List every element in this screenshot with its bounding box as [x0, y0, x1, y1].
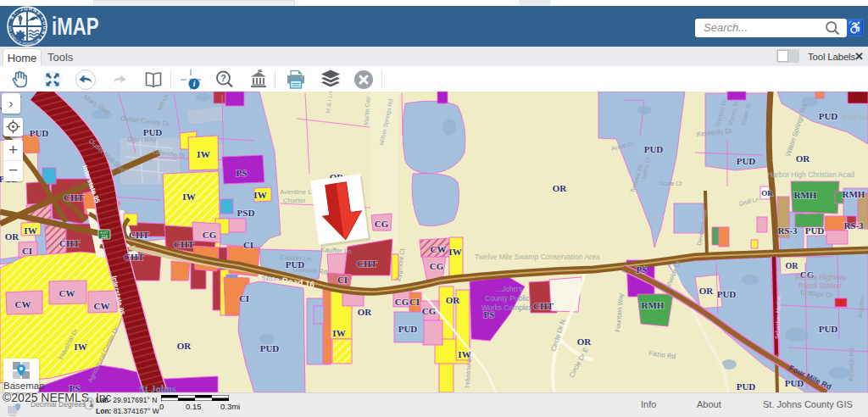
- svg-text:CW: CW: [15, 299, 31, 309]
- svg-text:PUD: PUD: [644, 144, 664, 154]
- svg-text:St Johns: St Johns: [139, 383, 176, 392]
- svg-text:OR: OR: [577, 336, 593, 347]
- svg-text:IW: IW: [197, 149, 209, 159]
- svg-text:CHT: CHT: [124, 252, 145, 262]
- svg-text:Patrol Station: Patrol Station: [798, 281, 842, 290]
- svg-text:PUD: PUD: [286, 259, 305, 270]
- svg-text:Charter: Charter: [283, 197, 306, 204]
- svg-text:PUD: PUD: [398, 324, 418, 334]
- svg-text:PS: PS: [637, 264, 648, 275]
- svg-text:CG: CG: [375, 219, 389, 229]
- svg-text:OR: OR: [5, 231, 20, 242]
- svg-text:RS-3: RS-3: [843, 220, 864, 231]
- svg-text:CI: CI: [239, 293, 249, 303]
- svg-text:PUD: PUD: [737, 156, 756, 166]
- svg-text:RMH: RMH: [843, 189, 865, 199]
- svg-text:PS: PS: [236, 168, 248, 178]
- svg-text:IW: IW: [182, 192, 195, 202]
- svg-text:OR: OR: [446, 295, 461, 305]
- svg-text:RMH: RMH: [642, 300, 665, 310]
- svg-text:PUD: PUD: [819, 324, 838, 334]
- svg-text:i: i: [193, 80, 196, 88]
- svg-text:318: 318: [101, 235, 108, 239]
- svg-text:PUD: PUD: [717, 289, 737, 299]
- svg-text:OR: OR: [761, 189, 773, 197]
- svg-text:Works Complex: Works Complex: [481, 303, 533, 312]
- svg-text:CG: CG: [422, 306, 437, 316]
- svg-text:First Co: First Co: [843, 114, 868, 121]
- svg-text:Harbor High Christian Acad: Harbor High Christian Acad: [767, 170, 854, 179]
- svg-text:OR: OR: [177, 341, 192, 351]
- svg-text:Ocale Ct: Ocale Ct: [659, 181, 682, 186]
- svg-text:Twelve Mile Swamp Conservation: Twelve Mile Swamp Conservation Area: [475, 253, 600, 261]
- svg-text:County Public: County Public: [485, 294, 530, 303]
- svg-text:CW: CW: [94, 301, 110, 311]
- svg-text:CHT: CHT: [129, 230, 150, 240]
- svg-text:OR: OR: [796, 153, 811, 164]
- svg-text:IW: IW: [74, 342, 86, 352]
- svg-text:PUD: PUD: [737, 381, 756, 392]
- svg-text:Florida Highway: Florida Highway: [795, 273, 848, 281]
- svg-text:CHT: CHT: [59, 238, 81, 248]
- svg-text:CW: CW: [59, 288, 75, 298]
- svg-text:IW: IW: [448, 247, 461, 257]
- svg-text:IW: IW: [458, 349, 470, 359]
- svg-text:...John's: ...John's: [496, 285, 522, 293]
- svg-text:CHT: CHT: [174, 239, 195, 249]
- svg-text:IW: IW: [253, 190, 266, 200]
- svg-text:CI: CI: [22, 246, 32, 256]
- svg-text:CG: CG: [203, 230, 217, 240]
- svg-text:CG: CG: [430, 261, 444, 271]
- svg-text:OR: OR: [553, 183, 568, 193]
- svg-text:OR: OR: [358, 307, 373, 317]
- svg-text:CHT: CHT: [64, 192, 85, 203]
- svg-text:PUD: PUD: [819, 111, 838, 121]
- svg-text:CHT: CHT: [533, 301, 554, 311]
- svg-text:Keswick Rd: Keswick Rd: [847, 348, 855, 381]
- svg-text:PUD: PUD: [30, 128, 49, 138]
- svg-text:PUD: PUD: [805, 225, 825, 236]
- svg-text:IW: IW: [24, 225, 36, 236]
- svg-text:PUD: PUD: [785, 378, 804, 388]
- svg-text:PUD: PUD: [260, 343, 280, 353]
- svg-text:CI: CI: [409, 297, 420, 307]
- svg-text:CI: CI: [337, 275, 348, 285]
- svg-text:RMH: RMH: [794, 190, 817, 200]
- svg-text:PUD: PUD: [143, 127, 163, 137]
- svg-text:CG: CG: [395, 297, 409, 307]
- svg-text:CHT: CHT: [357, 259, 378, 269]
- svg-text:CI: CI: [243, 240, 253, 250]
- svg-text:OR: OR: [786, 261, 799, 270]
- svg-text:IW: IW: [332, 328, 345, 338]
- svg-text:OR: OR: [699, 286, 715, 296]
- svg-text:?: ?: [220, 73, 225, 83]
- svg-text:CW: CW: [431, 244, 447, 254]
- svg-text:RS-3: RS-3: [777, 225, 798, 236]
- svg-text:PSD: PSD: [237, 208, 255, 218]
